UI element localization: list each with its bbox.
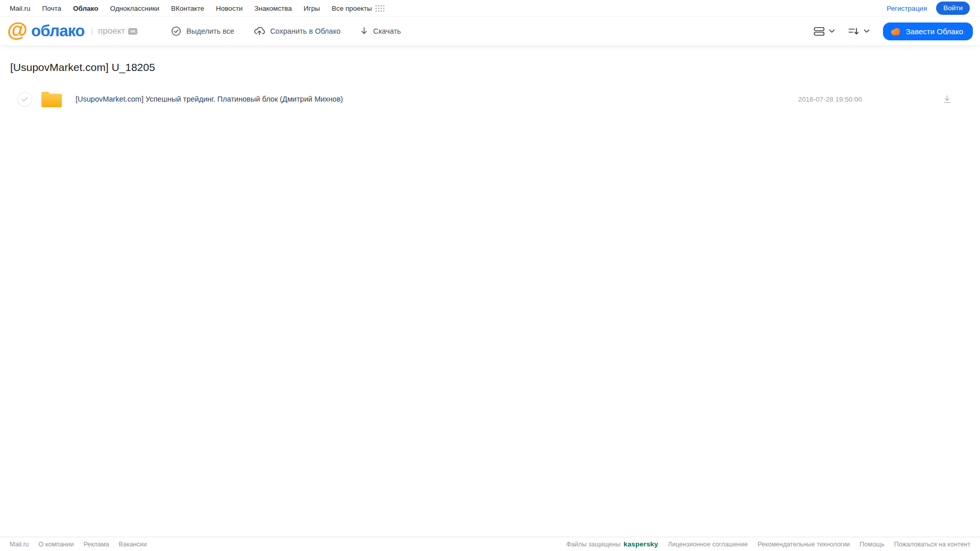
file-toolbar: Выделить все Сохранить в Облако Скачать xyxy=(171,26,401,36)
nav-igry[interactable]: Игры xyxy=(304,5,320,12)
sort-dropdown[interactable] xyxy=(848,27,870,36)
kaspersky-protection: Файлы защищены kaspersky xyxy=(566,540,658,548)
view-list-icon xyxy=(814,27,825,36)
select-all-button[interactable]: Выделить все xyxy=(171,26,234,36)
row-checkbox[interactable] xyxy=(17,92,32,107)
logo-divider: | xyxy=(91,26,93,36)
portal-nav: Mail.ru Почта Облако Одноклассники ВКонт… xyxy=(0,0,980,17)
create-cloud-label: Завести Облако xyxy=(906,27,963,36)
footer-about-link[interactable]: О компании xyxy=(39,541,74,548)
file-date: 2016-07-28 19:50:00 xyxy=(798,95,862,103)
chevron-down-icon xyxy=(829,29,835,33)
login-button[interactable]: Войти xyxy=(936,2,970,15)
select-all-label: Выделить все xyxy=(186,27,234,35)
nav-all-projects-label: Все проекты xyxy=(331,5,372,12)
nav-odnoklassniki[interactable]: Одноклассники xyxy=(110,5,159,12)
registration-link[interactable]: Регистрация xyxy=(887,5,927,12)
cloud-icon xyxy=(890,27,901,36)
nav-vkontakte[interactable]: ВКонтакте xyxy=(171,5,204,12)
nav-all-projects[interactable]: Все проекты xyxy=(331,5,385,12)
footer-help-link[interactable]: Помощь xyxy=(859,541,884,548)
page-title: [UsupovMarket.com] U_18205 xyxy=(10,61,970,74)
nav-oblako[interactable]: Облако xyxy=(73,5,98,12)
protected-label: Файлы защищены xyxy=(566,541,620,548)
folder-icon xyxy=(41,90,62,108)
portal-nav-right: Регистрация Войти xyxy=(887,2,970,15)
sort-icon xyxy=(848,27,859,36)
cloud-upload-icon xyxy=(254,26,265,36)
file-name-link[interactable]: [UsupovMarket.com] Успешный трейдинг. Пл… xyxy=(76,95,343,103)
header-bar: @ облако | проект VK Выделить все xyxy=(0,17,980,46)
save-to-cloud-button[interactable]: Сохранить в Облако xyxy=(254,26,341,36)
vk-icon: VK xyxy=(128,28,137,35)
download-button[interactable]: Скачать xyxy=(360,27,401,36)
main-content: [UsupovMarket.com] U_18205 [UsupovMarket… xyxy=(0,61,980,113)
file-row[interactable]: [UsupovMarket.com] Успешный трейдинг. Пл… xyxy=(10,85,970,113)
footer-left-links: Mail.ru О компании Реклама Вакансии xyxy=(10,541,147,548)
vk-project-label: проект xyxy=(98,26,125,36)
create-cloud-button[interactable]: Завести Облако xyxy=(883,22,973,40)
view-mode-dropdown[interactable] xyxy=(814,27,835,36)
header-right-controls: Завести Облако xyxy=(814,22,973,40)
footer-jobs-link[interactable]: Вакансии xyxy=(119,541,147,548)
chevron-down-icon xyxy=(864,29,870,33)
kaspersky-logo[interactable]: kaspersky xyxy=(624,540,658,548)
footer-ads-link[interactable]: Реклама xyxy=(83,541,109,548)
footer-recommendations-link[interactable]: Рекомендательные технологии xyxy=(757,541,850,548)
nav-mailru[interactable]: Mail.ru xyxy=(10,5,31,12)
nav-novosti[interactable]: Новости xyxy=(216,5,243,12)
apps-grid-icon xyxy=(375,5,385,12)
footer-bar: Mail.ru О компании Реклама Вакансии Файл… xyxy=(0,537,980,551)
download-label: Скачать xyxy=(373,27,401,35)
download-arrow-icon xyxy=(360,27,368,36)
footer-mailru-link[interactable]: Mail.ru xyxy=(10,541,29,548)
mailru-at-icon: @ xyxy=(7,19,28,40)
save-to-cloud-label: Сохранить в Облако xyxy=(270,27,341,35)
nav-pochta[interactable]: Почта xyxy=(42,5,62,12)
footer-license-link[interactable]: Лицензионное соглашение xyxy=(668,541,748,548)
nav-znakomstva[interactable]: Знакомства xyxy=(254,5,292,12)
cloud-logo-text: облако xyxy=(31,22,85,40)
row-download-icon[interactable] xyxy=(943,95,951,104)
footer-right-links: Файлы защищены kaspersky Лицензионное со… xyxy=(566,540,970,548)
check-circle-icon xyxy=(171,26,181,36)
cloud-logo[interactable]: @ облако | проект VK xyxy=(7,22,137,40)
footer-report-link[interactable]: Пожаловаться на контент xyxy=(894,541,970,548)
